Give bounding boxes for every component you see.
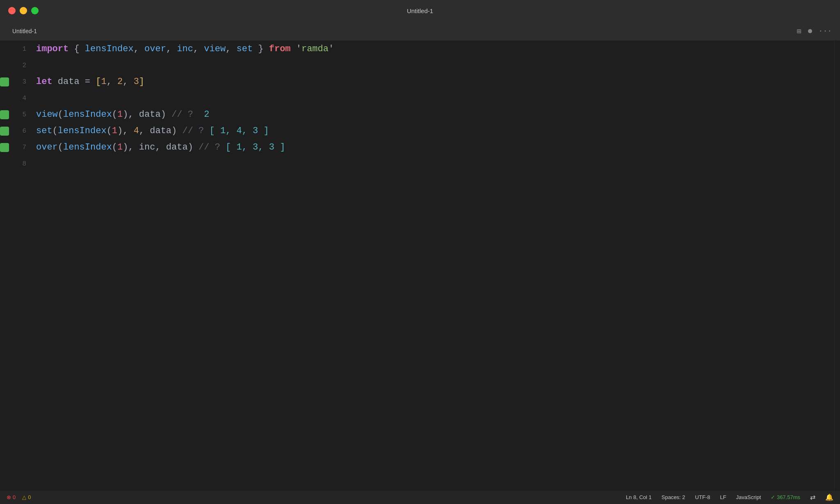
more-actions-icon[interactable]: ··· bbox=[819, 27, 832, 35]
breakpoint-indicator[interactable] bbox=[0, 143, 9, 152]
code-line: view(lensIndex(1), data) // ? 2 bbox=[36, 107, 834, 123]
breakpoint-indicator[interactable] bbox=[0, 94, 9, 103]
statusbar: ⊗ 0 △ 0 Ln 8, Col 1 Spaces: 2 UTF-8 LF J… bbox=[0, 490, 840, 504]
line-number: 3 bbox=[12, 78, 33, 86]
token: 1 bbox=[117, 139, 123, 156]
titlebar: Untitled-1 bbox=[0, 0, 840, 21]
line-number: 6 bbox=[12, 127, 33, 135]
language-mode[interactable]: JavaScript bbox=[736, 494, 761, 500]
window-title: Untitled-1 bbox=[407, 7, 433, 14]
breakpoint-indicator[interactable] bbox=[0, 61, 9, 70]
scrollbar[interactable] bbox=[834, 41, 840, 490]
close-button[interactable] bbox=[8, 7, 16, 14]
token: } bbox=[253, 41, 269, 57]
breakpoint-indicator[interactable] bbox=[0, 159, 9, 168]
tabbar-actions: ⊞ ··· bbox=[797, 27, 832, 36]
maximize-button[interactable] bbox=[31, 7, 39, 14]
line-number: 7 bbox=[12, 144, 33, 151]
notification-icon[interactable]: 🔔 bbox=[825, 493, 833, 501]
gutter-row: 8 bbox=[0, 156, 33, 172]
tab-untitled[interactable]: Untitled-1 bbox=[7, 25, 43, 37]
token: 3 bbox=[134, 74, 139, 90]
code-area[interactable]: import { lensIndex, over, inc, view, set… bbox=[33, 41, 834, 490]
token: set bbox=[237, 41, 253, 57]
token: lensIndex bbox=[58, 123, 107, 139]
code-line: over(lensIndex(1), inc, data) // ? [ 1, … bbox=[36, 139, 834, 156]
encoding[interactable]: UTF-8 bbox=[695, 494, 710, 500]
line-ending[interactable]: LF bbox=[720, 494, 726, 500]
gutter-row: 4 bbox=[0, 90, 33, 107]
token: 1 bbox=[112, 123, 117, 139]
breakpoint-indicator[interactable] bbox=[0, 45, 9, 54]
token: { bbox=[68, 41, 85, 57]
split-editor-icon[interactable]: ⊞ bbox=[797, 27, 801, 36]
token: , bbox=[166, 41, 177, 57]
token: ramda bbox=[301, 41, 329, 57]
line-number: 1 bbox=[12, 45, 33, 53]
token: inc bbox=[177, 41, 193, 57]
token: view bbox=[204, 41, 226, 57]
cursor-position[interactable]: Ln 8, Col 1 bbox=[626, 494, 652, 500]
tabbar: Untitled-1 ⊞ ··· bbox=[0, 21, 840, 41]
token: let bbox=[36, 74, 52, 90]
breakpoint-indicator[interactable] bbox=[0, 77, 9, 86]
token: set bbox=[36, 123, 52, 139]
code-line: set(lensIndex(1), 4, data) // ? [ 1, 4, … bbox=[36, 123, 834, 139]
token: [ bbox=[96, 74, 101, 90]
token: ' bbox=[291, 41, 301, 57]
error-icon: ⊗ bbox=[7, 494, 11, 500]
token: view bbox=[36, 107, 58, 123]
token: , bbox=[134, 41, 144, 57]
token: , bbox=[226, 41, 236, 57]
token: 1 bbox=[101, 74, 106, 90]
token: data = bbox=[52, 74, 96, 90]
code-line bbox=[36, 57, 834, 74]
warning-count[interactable]: △ 0 bbox=[22, 494, 31, 500]
token: // ? bbox=[199, 139, 226, 156]
token: over bbox=[36, 139, 58, 156]
gutter-row: 1 bbox=[0, 41, 33, 57]
token: ( bbox=[58, 139, 63, 156]
code-line: import { lensIndex, over, inc, view, set… bbox=[36, 41, 834, 57]
line-numbers: 12345678 bbox=[0, 41, 33, 172]
token: ( bbox=[112, 107, 117, 123]
token: 2 bbox=[199, 107, 209, 123]
token: ( bbox=[112, 139, 117, 156]
token: ( bbox=[107, 123, 112, 139]
token: lensIndex bbox=[63, 139, 112, 156]
line-number: 4 bbox=[12, 95, 33, 102]
token: ), data) bbox=[123, 107, 171, 123]
code-line bbox=[36, 90, 834, 107]
token: lensIndex bbox=[63, 107, 112, 123]
token: ] bbox=[139, 74, 144, 90]
token: from bbox=[269, 41, 291, 57]
line-number: 5 bbox=[12, 111, 33, 118]
unsaved-indicator bbox=[808, 29, 812, 33]
token: ' bbox=[329, 41, 334, 57]
token: // ? bbox=[171, 107, 199, 123]
status-left: ⊗ 0 △ 0 bbox=[7, 494, 31, 500]
token: over bbox=[144, 41, 166, 57]
indentation[interactable]: Spaces: 2 bbox=[662, 494, 685, 500]
tab-label: Untitled-1 bbox=[12, 28, 37, 34]
breakpoint-indicator[interactable] bbox=[0, 110, 9, 119]
token: lensIndex bbox=[85, 41, 134, 57]
token: ), bbox=[117, 123, 134, 139]
minimize-button[interactable] bbox=[20, 7, 27, 14]
token: 1 bbox=[117, 107, 123, 123]
breakpoint-indicator[interactable] bbox=[0, 127, 9, 136]
line-number: 8 bbox=[12, 160, 33, 168]
token: ( bbox=[58, 107, 63, 123]
line-number: 2 bbox=[12, 62, 33, 69]
remote-icon[interactable]: ⇄ bbox=[810, 493, 815, 501]
token: [ 1, 3, 3 ] bbox=[226, 139, 285, 156]
token: , bbox=[107, 74, 117, 90]
token: [ 1, 4, 3 ] bbox=[210, 123, 269, 139]
error-count[interactable]: ⊗ 0 bbox=[7, 494, 16, 500]
token: , bbox=[193, 41, 204, 57]
token: import bbox=[36, 41, 68, 57]
code-line bbox=[36, 156, 834, 172]
traffic-lights bbox=[8, 7, 39, 14]
warning-icon: △ bbox=[22, 494, 26, 500]
editor: 12345678 import { lensIndex, over, inc, … bbox=[0, 41, 840, 490]
